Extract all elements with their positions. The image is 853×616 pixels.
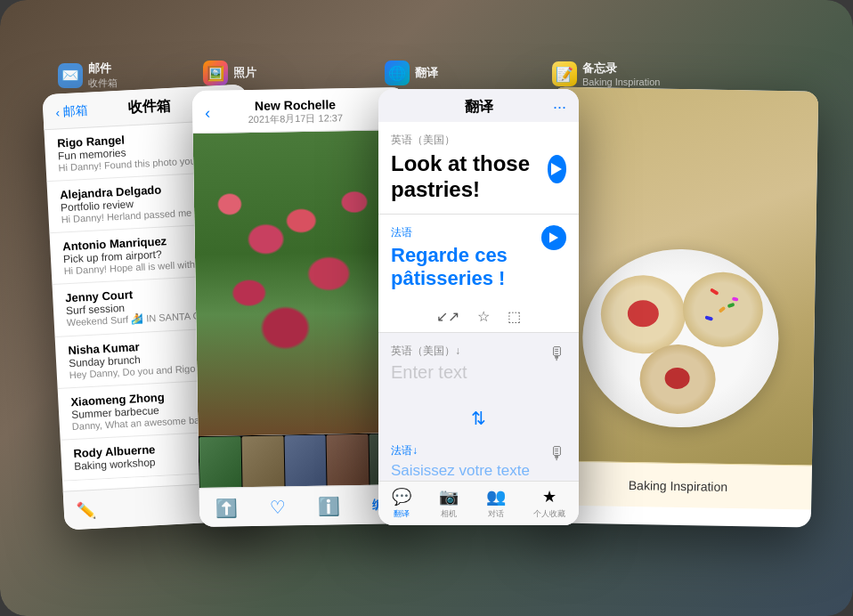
photos-app-name: 照片 [233, 65, 256, 81]
tab-translate[interactable]: 💬 翻译 [392, 487, 411, 520]
thumbnail[interactable] [284, 435, 327, 488]
favorites-tab-icon: ★ [542, 487, 556, 507]
notes-card[interactable]: Baking Inspiration [544, 86, 819, 527]
photos-app-icon: 🖼️ [203, 61, 228, 85]
camera-tab-icon: 📷 [439, 487, 459, 507]
conversation-tab-icon: 👥 [486, 487, 506, 507]
thumbnail[interactable] [241, 435, 284, 488]
translate-app-header: 🌐 翻译 [385, 61, 438, 85]
translate-tab-label: 翻译 [394, 508, 410, 520]
svg-marker-0 [551, 163, 562, 175]
share-icon[interactable]: ⬚ [508, 308, 521, 325]
notes-app-name: 备忘录 [582, 61, 660, 77]
translate-target-section: 法语 Regarde ces pâtisseries ! [378, 214, 579, 302]
photos-info-button[interactable]: ℹ️ [318, 495, 340, 516]
notes-note-title: Baking Inspiration [582, 77, 660, 87]
photos-share-button[interactable]: ⬆️ [215, 497, 238, 518]
favorites-tab-label: 个人收藏 [533, 508, 565, 520]
translate-output-lang: 法语↓ [391, 443, 566, 458]
tab-favorites[interactable]: ★ 个人收藏 [533, 487, 565, 520]
translate-play-source-button[interactable] [548, 155, 566, 183]
tab-conversation[interactable]: 👥 对话 [486, 487, 506, 520]
thumbnail[interactable] [199, 436, 242, 489]
swap-icon[interactable]: ↙↗ [436, 308, 459, 325]
mail-app-icon: ✉️ [58, 63, 83, 88]
cookies-background [545, 86, 818, 465]
notes-title: Baking Inspiration [629, 477, 728, 493]
mail-back-chevron: ‹ [55, 105, 61, 119]
tab-camera[interactable]: 📷 相机 [439, 487, 459, 520]
translate-topbar: 翻译 ··· [378, 89, 579, 122]
translate-app-icon: 🌐 [385, 61, 410, 85]
photos-back-chevron[interactable]: ‹ [205, 104, 210, 123]
translate-input-section[interactable]: 英语（美国）↓ Enter text 🎙 [378, 333, 579, 404]
notes-app-header: 📝 备忘录 Baking Inspiration [552, 61, 660, 87]
translate-input-placeholder[interactable]: Enter text [391, 362, 566, 383]
translate-title: 翻译 [465, 98, 493, 117]
conversation-tab-label: 对话 [488, 508, 504, 520]
camera-tab-label: 相机 [441, 508, 457, 520]
photos-favorite-button[interactable]: ♡ [270, 496, 286, 517]
mail-back-label: 邮箱 [63, 102, 89, 119]
translate-output-placeholder: Saisissez votre texte [391, 462, 566, 480]
cookie-3 [639, 344, 716, 414]
translate-source-lang: 英语（美国） [391, 133, 566, 148]
cookie-1 [600, 274, 686, 354]
translate-mic-output[interactable]: 🎙 [548, 443, 566, 464]
translate-source-section: 英语（美国） Look at those pastries! [378, 122, 579, 214]
app-switcher: ✉️ 邮件 收件箱 ‹ 邮箱 收件箱 编辑 Rigo Rangel Fun me… [0, 0, 853, 616]
swap-languages-icon[interactable]: ⇅ [471, 408, 486, 429]
compose-icon[interactable]: ✏️ [76, 499, 96, 520]
photos-topbar: ‹ New Rochelle 2021年8月17日 12:37 ⬆ [192, 87, 407, 134]
cookie-2 [682, 272, 763, 348]
mail-app-subtitle: 收件箱 [88, 77, 118, 90]
mail-title: 收件箱 [127, 97, 171, 118]
photos-location: New Rochelle [248, 97, 343, 113]
thumbnail[interactable] [327, 434, 370, 487]
translate-mic-input[interactable]: 🎙 [548, 344, 566, 364]
svg-marker-1 [549, 232, 558, 243]
translate-source-text: Look at those pastries! [391, 151, 548, 203]
translate-input-lang: 英语（美国）↓ [391, 344, 566, 359]
notes-image [545, 86, 818, 465]
translate-target-lang: 法语 [391, 225, 566, 240]
translate-app-name: 翻译 [415, 65, 438, 81]
translate-tab-icon: 💬 [392, 487, 411, 507]
translate-actions-row: ↙↗ ☆ ⬚ [378, 301, 579, 333]
translate-footer-tabs: 💬 翻译 📷 相机 👥 对话 ★ 个人收藏 [378, 481, 579, 525]
translate-target-text: Regarde ces pâtisseries ! [391, 244, 566, 291]
mail-back[interactable]: ‹ 邮箱 [55, 102, 89, 120]
translate-more-icon[interactable]: ··· [553, 98, 566, 117]
mail-app-header: ✉️ 邮件 收件箱 [58, 61, 118, 90]
favorite-icon[interactable]: ☆ [477, 308, 490, 325]
translate-card[interactable]: 翻译 ··· 英语（美国） Look at those pastries! 法语… [378, 89, 579, 525]
photos-app-header: 🖼️ 照片 [203, 61, 256, 85]
translate-swap-divider[interactable]: ⇅ [378, 404, 579, 433]
notes-app-icon: 📝 [552, 61, 577, 86]
notes-footer: Baking Inspiration [544, 460, 812, 509]
photos-date: 2021年8月17日 12:37 [248, 111, 343, 126]
translate-play-target-button[interactable] [541, 225, 566, 250]
mail-app-name: 邮件 [88, 61, 118, 77]
